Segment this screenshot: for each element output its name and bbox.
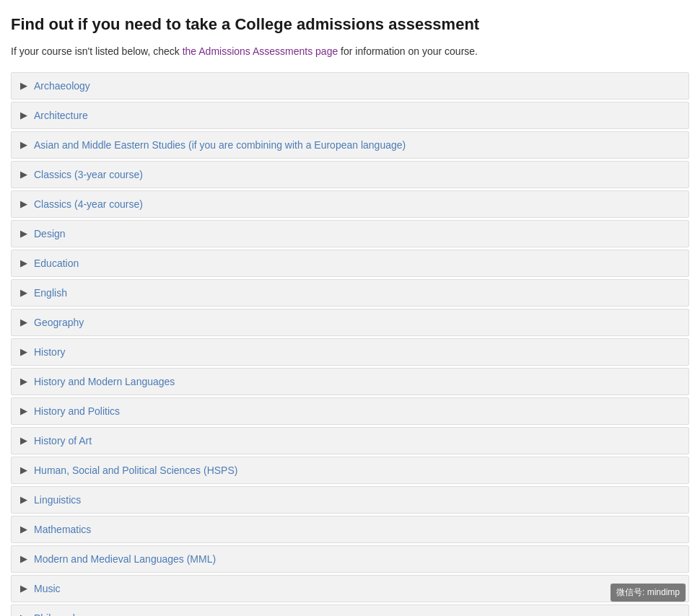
accordion-item-label: Asian and Middle Eastern Studies (if you… (34, 139, 406, 151)
accordion-item: ▶Linguistics (11, 486, 689, 514)
accordion-header-geography[interactable]: ▶Geography (12, 309, 688, 335)
chevron-right-icon: ▶ (20, 140, 27, 150)
accordion-header-english[interactable]: ▶English (12, 280, 688, 306)
accordion-item-label: Linguistics (34, 494, 81, 506)
accordion-item-label: Music (34, 583, 61, 594)
accordion-item: ▶Modern and Medieval Languages (MML) (11, 545, 689, 573)
accordion-item-label: Design (34, 228, 66, 239)
accordion-header-design[interactable]: ▶Design (12, 221, 688, 247)
accordion-header-mathematics[interactable]: ▶Mathematics (12, 516, 688, 542)
accordion-item: ▶Archaeology (11, 72, 689, 100)
accordion-item-label: History and Modern Languages (34, 376, 175, 387)
chevron-right-icon: ▶ (20, 554, 27, 564)
accordion-header-music[interactable]: ▶Music (12, 576, 688, 602)
accordion-item: ▶Asian and Middle Eastern Studies (if yo… (11, 131, 689, 159)
accordion-item: ▶English (11, 279, 689, 307)
accordion-item-label: Mathematics (34, 524, 91, 535)
accordion-item: ▶Classics (3-year course) (11, 161, 689, 188)
accordion-list: ▶Archaeology▶Architecture▶Asian and Midd… (11, 72, 689, 616)
accordion-item-label: Human, Social and Political Sciences (HS… (34, 465, 237, 476)
accordion-header-history-of-art[interactable]: ▶History of Art (12, 428, 688, 454)
chevron-right-icon: ▶ (20, 170, 27, 180)
accordion-item: ▶History (11, 338, 689, 366)
accordion-item-label: Architecture (34, 110, 88, 121)
accordion-item: ▶Mathematics (11, 516, 689, 543)
accordion-header-hsps[interactable]: ▶Human, Social and Political Sciences (H… (12, 457, 688, 483)
chevron-right-icon: ▶ (20, 258, 27, 268)
page-title: Find out if you need to take a College a… (11, 14, 689, 35)
chevron-right-icon: ▶ (20, 436, 27, 446)
accordion-item-label: Geography (34, 317, 84, 328)
accordion-item-label: Philosophy (34, 612, 84, 616)
chevron-right-icon: ▶ (20, 465, 27, 475)
accordion-item: ▶Education (11, 250, 689, 277)
chevron-right-icon: ▶ (20, 110, 27, 120)
accordion-item: ▶History and Politics (11, 397, 689, 425)
chevron-right-icon: ▶ (20, 229, 27, 239)
accordion-item-label: History of Art (34, 435, 92, 446)
accordion-item: ▶Geography (11, 309, 689, 336)
chevron-right-icon: ▶ (20, 584, 27, 594)
admissions-link[interactable]: the Admissions Assessments page (183, 45, 338, 57)
intro-text-before: If your course isn't listed below, check (11, 45, 183, 57)
accordion-item: ▶Philosophy (11, 604, 689, 616)
accordion-header-history-modern-languages[interactable]: ▶History and Modern Languages (12, 369, 688, 395)
accordion-item-label: History and Politics (34, 405, 120, 417)
chevron-right-icon: ▶ (20, 377, 27, 387)
accordion-header-classics-3[interactable]: ▶Classics (3-year course) (12, 162, 688, 188)
accordion-item-label: English (34, 287, 67, 299)
accordion-item: ▶Architecture (11, 102, 689, 129)
accordion-header-history-politics[interactable]: ▶History and Politics (12, 398, 688, 424)
chevron-right-icon: ▶ (20, 81, 27, 91)
accordion-item: ▶History of Art (11, 427, 689, 454)
accordion-item: ▶History and Modern Languages (11, 368, 689, 395)
intro-text-after: for information on your course. (338, 45, 478, 57)
chevron-right-icon: ▶ (20, 288, 27, 298)
accordion-header-philosophy[interactable]: ▶Philosophy (12, 605, 688, 616)
accordion-item: ▶Design (11, 220, 689, 247)
accordion-header-linguistics[interactable]: ▶Linguistics (12, 487, 688, 513)
chevron-right-icon: ▶ (20, 613, 27, 616)
accordion-item-label: Archaeology (34, 80, 90, 92)
accordion-header-asian-middle-eastern[interactable]: ▶Asian and Middle Eastern Studies (if yo… (12, 132, 688, 158)
chevron-right-icon: ▶ (20, 495, 27, 505)
accordion-header-education[interactable]: ▶Education (12, 250, 688, 276)
chevron-right-icon: ▶ (20, 347, 27, 357)
accordion-item-label: Education (34, 258, 79, 269)
chevron-right-icon: ▶ (20, 524, 27, 534)
accordion-item: ▶Human, Social and Political Sciences (H… (11, 457, 689, 484)
accordion-header-archaeology[interactable]: ▶Archaeology (12, 73, 688, 99)
chevron-right-icon: ▶ (20, 199, 27, 209)
accordion-item: ▶Classics (4-year course) (11, 190, 689, 218)
chevron-right-icon: ▶ (20, 406, 27, 416)
accordion-item: ▶Music (11, 575, 689, 602)
accordion-item-label: Modern and Medieval Languages (MML) (34, 553, 216, 565)
accordion-header-history[interactable]: ▶History (12, 339, 688, 365)
chevron-right-icon: ▶ (20, 317, 27, 327)
accordion-header-architecture[interactable]: ▶Architecture (12, 102, 688, 128)
intro-paragraph: If your course isn't listed below, check… (11, 44, 689, 59)
accordion-item-label: History (34, 346, 66, 358)
accordion-header-classics-4[interactable]: ▶Classics (4-year course) (12, 191, 688, 217)
accordion-item-label: Classics (4-year course) (34, 198, 143, 210)
accordion-item-label: Classics (3-year course) (34, 169, 143, 180)
accordion-header-mml[interactable]: ▶Modern and Medieval Languages (MML) (12, 546, 688, 572)
